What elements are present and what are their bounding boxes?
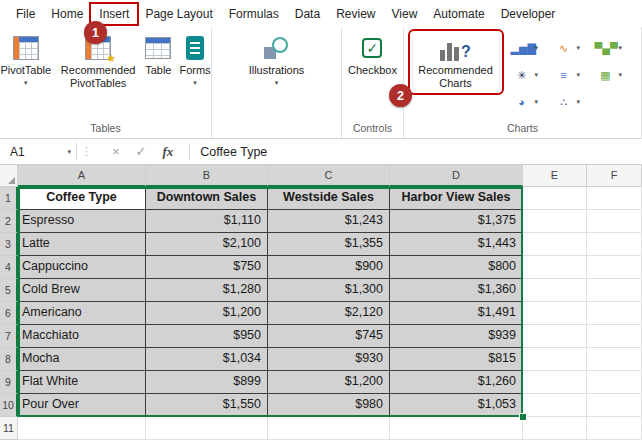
cell-C2[interactable]: $1,243 [268,210,390,233]
cell-B7[interactable]: $950 [146,325,268,348]
bar-chart-button[interactable]: ≡▾ [551,61,593,88]
cell-D6[interactable]: $1,491 [390,302,523,325]
cell-A7[interactable]: Macchiato [18,325,146,348]
scatter-chart-button[interactable]: ∴▾ [551,88,593,115]
cell-E11[interactable] [523,417,587,440]
row-header-7[interactable]: 7 [0,325,18,348]
cell-F9[interactable] [587,371,642,394]
cell-B11[interactable] [146,417,268,440]
cell-C8[interactable]: $930 [268,348,390,371]
fill-handle[interactable] [519,413,527,421]
tab-view[interactable]: View [384,4,426,24]
table-button[interactable]: Table [142,32,174,79]
cell-C10[interactable]: $980 [268,394,390,417]
forms-button[interactable]: Forms ▾ [176,32,213,89]
cell-F3[interactable] [587,233,642,256]
cell-B10[interactable]: $1,550 [146,394,268,417]
row-header-10[interactable]: 10 [0,394,18,417]
cell-C11[interactable] [268,417,390,440]
tab-developer[interactable]: Developer [493,4,564,24]
cell-E4[interactable] [523,256,587,279]
cell-E2[interactable] [523,210,587,233]
row-header-6[interactable]: 6 [0,302,18,325]
row-header-8[interactable]: 8 [0,348,18,371]
cell-E7[interactable] [523,325,587,348]
row-header-3[interactable]: 3 [0,233,18,256]
cell-B6[interactable]: $1,200 [146,302,268,325]
cell-B9[interactable]: $899 [146,371,268,394]
cell-E5[interactable] [523,279,587,302]
tab-automate[interactable]: Automate [425,4,492,24]
cell-F11[interactable] [587,417,642,440]
column-header-B[interactable]: B [146,165,268,187]
cell-A6[interactable]: Americano [18,302,146,325]
cell-F10[interactable] [587,394,642,417]
name-box[interactable]: A1 ▾ [0,139,76,164]
cell-D2[interactable]: $1,375 [390,210,523,233]
column-header-F[interactable]: F [587,165,642,187]
select-all-button[interactable] [0,165,18,187]
cell-D10[interactable]: $1,053 [390,394,523,417]
cell-D11[interactable] [390,417,523,440]
map-chart-button[interactable]: ▦▾ [593,61,635,88]
cell-A10[interactable]: Pour Over [18,394,146,417]
cell-B1[interactable]: Downtown Sales [146,187,268,210]
pivottable-button[interactable]: PivotTable ▾ [0,32,54,89]
cell-A4[interactable]: Cappuccino [18,256,146,279]
cell-E1[interactable] [523,187,587,210]
formula-bar-splitter-icon[interactable]: ⋮ [77,139,96,164]
cell-A3[interactable]: Latte [18,233,146,256]
cell-D4[interactable]: $800 [390,256,523,279]
tab-review[interactable]: Review [328,4,383,24]
formula-input[interactable]: Coffee Type [190,139,642,164]
cell-C6[interactable]: $2,120 [268,302,390,325]
row-header-4[interactable]: 4 [0,256,18,279]
cell-E9[interactable] [523,371,587,394]
cell-F2[interactable] [587,210,642,233]
column-header-A[interactable]: A [18,165,146,187]
cell-D7[interactable]: $939 [390,325,523,348]
cell-E3[interactable] [523,233,587,256]
waterfall-chart-button[interactable]: ▀▄▀▾ [593,34,635,61]
row-header-2[interactable]: 2 [0,210,18,233]
cell-D3[interactable]: $1,443 [390,233,523,256]
cell-F4[interactable] [587,256,642,279]
tab-formulas[interactable]: Formulas [221,4,287,24]
insert-function-button[interactable]: fx [163,144,174,160]
cell-A5[interactable]: Cold Brew [18,279,146,302]
tab-data[interactable]: Data [287,4,328,24]
cell-F7[interactable] [587,325,642,348]
cancel-icon[interactable]: × [112,144,120,159]
pie-chart-button[interactable]: ◕▾ [509,88,551,115]
name-box-dropdown-icon[interactable]: ▾ [67,148,71,156]
cell-A1[interactable]: Coffee Type [18,187,146,210]
cell-D1[interactable]: Harbor View Sales [390,187,523,210]
row-header-1[interactable]: 1 [0,187,18,210]
tab-file[interactable]: File [8,4,43,24]
checkbox-button[interactable]: ✓ Checkbox [345,32,400,79]
cell-A9[interactable]: Flat White [18,371,146,394]
enter-icon[interactable]: ✓ [136,144,147,159]
column-chart-button[interactable]: ▂▅▇▾ [509,34,551,61]
cell-A8[interactable]: Mocha [18,348,146,371]
cell-A11[interactable] [18,417,146,440]
cell-C1[interactable]: Westside Sales [268,187,390,210]
cell-B2[interactable]: $1,110 [146,210,268,233]
tab-page-layout[interactable]: Page Layout [137,4,220,24]
column-header-C[interactable]: C [268,165,390,187]
row-header-5[interactable]: 5 [0,279,18,302]
cell-B8[interactable]: $1,034 [146,348,268,371]
cell-E8[interactable] [523,348,587,371]
cell-F8[interactable] [587,348,642,371]
recommended-charts-button[interactable]: ? Recommended Charts [411,32,501,92]
cell-E10[interactable] [523,394,587,417]
cell-F1[interactable] [587,187,642,210]
cell-F5[interactable] [587,279,642,302]
row-header-11[interactable]: 11 [0,417,18,440]
cell-C7[interactable]: $745 [268,325,390,348]
tab-home[interactable]: Home [43,4,91,24]
row-header-9[interactable]: 9 [0,371,18,394]
cell-F6[interactable] [587,302,642,325]
column-header-D[interactable]: D [390,165,523,187]
radar-chart-button[interactable]: ✳▾ [509,61,551,88]
